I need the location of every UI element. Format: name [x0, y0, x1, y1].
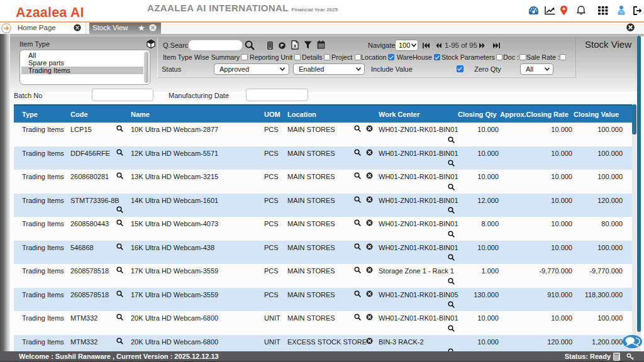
svg-text:P: P — [280, 43, 284, 48]
svg-text:X: X — [293, 43, 296, 49]
